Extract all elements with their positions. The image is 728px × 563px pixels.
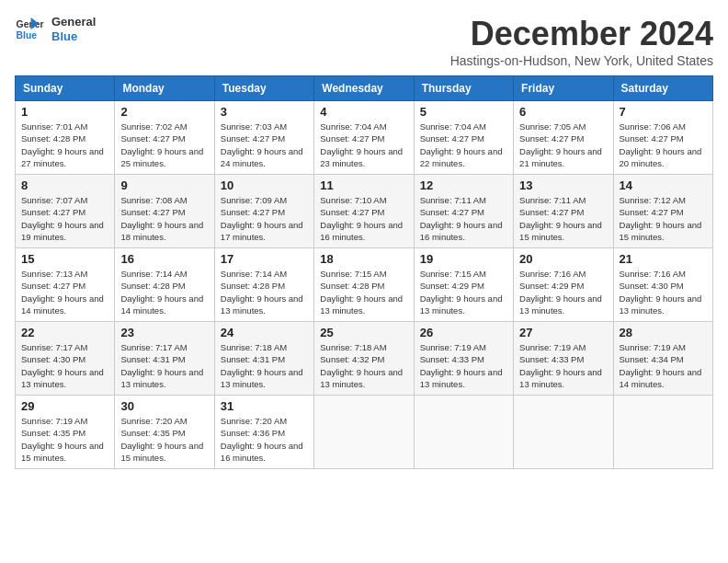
- sunset-text: Sunset: 4:27 PM: [620, 132, 707, 144]
- sunset-text: Sunset: 4:27 PM: [221, 206, 308, 218]
- sunset-text: Sunset: 4:34 PM: [620, 353, 707, 365]
- day-number: 1: [21, 105, 108, 119]
- header-wednesday: Wednesday: [314, 76, 414, 101]
- day-info: Sunrise: 7:17 AM Sunset: 4:31 PM Dayligh…: [120, 341, 208, 390]
- sunset-text: Sunset: 4:33 PM: [420, 353, 507, 365]
- sunset-text: Sunset: 4:29 PM: [519, 280, 607, 292]
- daylight-text: Daylight: 9 hours and 16 minutes.: [420, 219, 507, 244]
- day-info: Sunrise: 7:01 AM Sunset: 4:28 PM Dayligh…: [21, 121, 108, 169]
- day-info: Sunrise: 7:08 AM Sunset: 4:27 PM Dayligh…: [120, 194, 208, 243]
- daylight-text: Daylight: 9 hours and 17 minutes.: [221, 219, 308, 244]
- day-info: Sunrise: 7:18 AM Sunset: 4:31 PM Dayligh…: [221, 341, 308, 390]
- sunset-text: Sunset: 4:30 PM: [21, 353, 108, 365]
- day-info: Sunrise: 7:04 AM Sunset: 4:27 PM Dayligh…: [320, 121, 407, 169]
- sunset-text: Sunset: 4:27 PM: [420, 206, 507, 218]
- day-number: 21: [620, 252, 707, 266]
- calendar-cell: 10 Sunrise: 7:09 AM Sunset: 4:27 PM Dayl…: [214, 175, 313, 248]
- day-info: Sunrise: 7:15 AM Sunset: 4:29 PM Dayligh…: [420, 268, 507, 316]
- daylight-text: Daylight: 9 hours and 15 minutes.: [21, 440, 108, 465]
- header-friday: Friday: [514, 76, 613, 101]
- calendar-cell: 14 Sunrise: 7:12 AM Sunset: 4:27 PM Dayl…: [613, 175, 712, 248]
- calendar-week-1: 8 Sunrise: 7:07 AM Sunset: 4:27 PM Dayli…: [16, 175, 713, 248]
- sunset-text: Sunset: 4:27 PM: [221, 132, 308, 144]
- logo-icon: General Blue: [15, 15, 44, 44]
- daylight-text: Daylight: 9 hours and 13 minutes.: [120, 366, 208, 391]
- calendar-cell: [414, 396, 513, 469]
- day-info: Sunrise: 7:17 AM Sunset: 4:30 PM Dayligh…: [21, 341, 108, 390]
- day-info: Sunrise: 7:13 AM Sunset: 4:27 PM Dayligh…: [21, 268, 108, 316]
- sunset-text: Sunset: 4:30 PM: [620, 280, 707, 292]
- day-number: 9: [120, 178, 208, 192]
- daylight-text: Daylight: 9 hours and 22 minutes.: [420, 145, 507, 170]
- calendar-week-2: 15 Sunrise: 7:13 AM Sunset: 4:27 PM Dayl…: [16, 248, 713, 322]
- day-info: Sunrise: 7:11 AM Sunset: 4:27 PM Dayligh…: [420, 194, 507, 243]
- daylight-text: Daylight: 9 hours and 25 minutes.: [120, 145, 208, 170]
- header-sunday: Sunday: [16, 76, 115, 101]
- day-number: 14: [620, 178, 707, 192]
- calendar-cell: 25 Sunrise: 7:18 AM Sunset: 4:32 PM Dayl…: [314, 322, 414, 396]
- sunrise-text: Sunrise: 7:19 AM: [420, 341, 507, 353]
- daylight-text: Daylight: 9 hours and 13 minutes.: [320, 293, 407, 317]
- calendar-cell: 8 Sunrise: 7:07 AM Sunset: 4:27 PM Dayli…: [16, 175, 115, 248]
- day-info: Sunrise: 7:18 AM Sunset: 4:32 PM Dayligh…: [320, 341, 407, 390]
- day-number: 17: [221, 252, 308, 266]
- calendar-cell: [514, 396, 613, 469]
- calendar-week-3: 22 Sunrise: 7:17 AM Sunset: 4:30 PM Dayl…: [16, 322, 713, 396]
- day-number: 22: [21, 326, 108, 339]
- day-info: Sunrise: 7:04 AM Sunset: 4:27 PM Dayligh…: [420, 121, 507, 169]
- sunrise-text: Sunrise: 7:14 AM: [120, 268, 208, 280]
- sunset-text: Sunset: 4:28 PM: [320, 280, 407, 292]
- daylight-text: Daylight: 9 hours and 14 minutes.: [120, 293, 208, 317]
- daylight-text: Daylight: 9 hours and 27 minutes.: [21, 145, 108, 170]
- sunrise-text: Sunrise: 7:10 AM: [320, 194, 407, 206]
- sunset-text: Sunset: 4:27 PM: [620, 206, 707, 218]
- calendar-cell: 11 Sunrise: 7:10 AM Sunset: 4:27 PM Dayl…: [314, 175, 414, 248]
- sunrise-text: Sunrise: 7:01 AM: [21, 121, 108, 132]
- sunrise-text: Sunrise: 7:19 AM: [21, 415, 108, 427]
- sunset-text: Sunset: 4:27 PM: [320, 132, 407, 144]
- day-info: Sunrise: 7:07 AM Sunset: 4:27 PM Dayligh…: [21, 194, 108, 243]
- calendar-cell: 30 Sunrise: 7:20 AM Sunset: 4:35 PM Dayl…: [115, 396, 214, 469]
- sunset-text: Sunset: 4:31 PM: [221, 353, 308, 365]
- title-section: December 2024 Hastings-on-Hudson, New Yo…: [450, 15, 713, 68]
- calendar-week-0: 1 Sunrise: 7:01 AM Sunset: 4:28 PM Dayli…: [16, 101, 713, 175]
- sunset-text: Sunset: 4:27 PM: [519, 206, 607, 218]
- sunset-text: Sunset: 4:28 PM: [21, 132, 108, 144]
- calendar-cell: 20 Sunrise: 7:16 AM Sunset: 4:29 PM Dayl…: [514, 248, 613, 322]
- logo: General Blue General Blue: [15, 15, 96, 44]
- day-number: 23: [120, 326, 208, 339]
- calendar-cell: 4 Sunrise: 7:04 AM Sunset: 4:27 PM Dayli…: [314, 101, 414, 175]
- logo-line1: General: [51, 15, 96, 29]
- header-tuesday: Tuesday: [214, 76, 313, 101]
- day-number: 12: [420, 178, 507, 192]
- sunset-text: Sunset: 4:32 PM: [320, 353, 407, 365]
- sunrise-text: Sunrise: 7:02 AM: [120, 121, 208, 132]
- daylight-text: Daylight: 9 hours and 24 minutes.: [221, 145, 308, 170]
- calendar-cell: 22 Sunrise: 7:17 AM Sunset: 4:30 PM Dayl…: [16, 322, 115, 396]
- daylight-text: Daylight: 9 hours and 16 minutes.: [320, 219, 407, 244]
- header-saturday: Saturday: [613, 76, 712, 101]
- sunrise-text: Sunrise: 7:03 AM: [221, 121, 308, 132]
- location-title: Hastings-on-Hudson, New York, United Sta…: [450, 53, 713, 68]
- calendar-cell: 26 Sunrise: 7:19 AM Sunset: 4:33 PM Dayl…: [414, 322, 513, 396]
- day-number: 7: [620, 105, 707, 119]
- day-number: 18: [320, 252, 407, 266]
- calendar-week-4: 29 Sunrise: 7:19 AM Sunset: 4:35 PM Dayl…: [16, 396, 713, 469]
- calendar-cell: 19 Sunrise: 7:15 AM Sunset: 4:29 PM Dayl…: [414, 248, 513, 322]
- sunrise-text: Sunrise: 7:05 AM: [519, 121, 607, 132]
- sunrise-text: Sunrise: 7:18 AM: [320, 341, 407, 353]
- sunrise-text: Sunrise: 7:14 AM: [221, 268, 308, 280]
- svg-text:General: General: [17, 19, 44, 29]
- daylight-text: Daylight: 9 hours and 19 minutes.: [21, 219, 108, 244]
- daylight-text: Daylight: 9 hours and 18 minutes.: [120, 219, 208, 244]
- calendar-cell: 16 Sunrise: 7:14 AM Sunset: 4:28 PM Dayl…: [115, 248, 214, 322]
- sunset-text: Sunset: 4:27 PM: [519, 132, 607, 144]
- daylight-text: Daylight: 9 hours and 13 minutes.: [519, 293, 607, 317]
- day-number: 2: [120, 105, 208, 119]
- sunrise-text: Sunrise: 7:12 AM: [620, 194, 707, 206]
- sunrise-text: Sunrise: 7:20 AM: [120, 415, 208, 427]
- calendar-cell: 5 Sunrise: 7:04 AM Sunset: 4:27 PM Dayli…: [414, 101, 513, 175]
- day-number: 16: [120, 252, 208, 266]
- day-number: 24: [221, 326, 308, 339]
- calendar-cell: 7 Sunrise: 7:06 AM Sunset: 4:27 PM Dayli…: [613, 101, 712, 175]
